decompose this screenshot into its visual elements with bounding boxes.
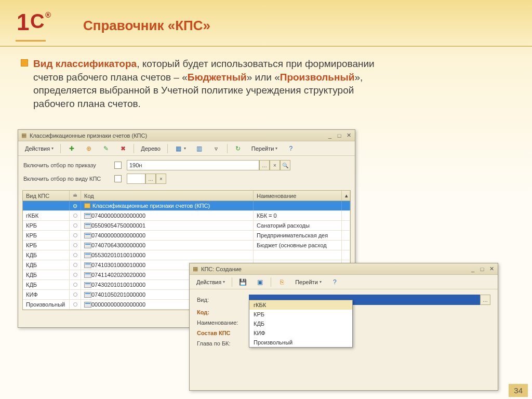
edit-button[interactable]: ✎: [98, 143, 113, 154]
row-status-icon: [73, 273, 77, 277]
filter-kind-clear[interactable]: ×: [156, 174, 166, 184]
row-status-icon: [73, 302, 77, 307]
item-icon: [84, 282, 91, 288]
grid-group-row[interactable]: ⊖ Классификационные признаки счетов (КПС…: [23, 201, 350, 211]
save-close-button[interactable]: ▣: [252, 277, 268, 287]
filter-kind-label: Включить отбор по виду КПС: [23, 176, 114, 182]
item-icon: [84, 223, 91, 229]
row-status-icon: [73, 283, 77, 287]
win1-toolbar: Действия ▾ ✚ ⊕ ✎ ✖ Дерево ▦▾ ▥ ▿ ↻ Перей…: [18, 141, 355, 156]
tree-toggle[interactable]: Дерево: [137, 143, 164, 154]
label-kod: Код:: [197, 309, 249, 315]
row-status-icon: [73, 263, 77, 267]
label-naim: Наименование:: [197, 320, 249, 326]
filter-order-clear[interactable]: ×: [270, 160, 280, 170]
dropdown-item[interactable]: гКБК: [249, 300, 352, 310]
refresh-button[interactable]: ↻: [231, 143, 246, 154]
table-row[interactable]: КРБ 05509054750000001Санаторий расходы: [23, 221, 350, 231]
copy-button[interactable]: ⎘: [274, 277, 289, 287]
item-icon: [84, 243, 91, 248]
label-sostav: Состав КПС: [197, 330, 249, 336]
dropdown-item[interactable]: КДБ: [249, 319, 352, 328]
actions-menu[interactable]: Действия ▾: [193, 277, 229, 287]
goto-menu[interactable]: Перейти ▾: [248, 143, 282, 154]
table-row[interactable]: гКБК 07400000000000000КБК = 0: [23, 211, 350, 221]
label-glava: Глава по БК:: [197, 340, 249, 347]
col-header-name[interactable]: Наименование: [254, 191, 342, 201]
dropdown-item[interactable]: КИФ: [249, 328, 352, 338]
col-header-badge[interactable]: ≐: [70, 191, 81, 201]
table-row[interactable]: КРБ 07407064300000000Бюджет (основные ра…: [23, 241, 350, 250]
item-icon: [84, 292, 91, 298]
item-icon: [84, 233, 91, 238]
goto-menu[interactable]: Перейти ▾: [291, 277, 325, 287]
win1-titlebar[interactable]: ▦ Классификационные признаки счетов (КПС…: [18, 130, 355, 141]
intro-text: Вид классификатора, который будет исполь…: [33, 57, 387, 111]
win2-titlebar[interactable]: ▦ КПС: Создание _ □ ✕: [190, 263, 498, 275]
filter-kind-input[interactable]: [127, 174, 145, 184]
close-button[interactable]: ✕: [344, 132, 353, 139]
filter-row-order: Включить отбор по приказу … × 🔍: [23, 160, 350, 170]
close-button[interactable]: ✕: [487, 265, 496, 273]
item-icon: [84, 302, 91, 308]
filter-order-label: Включить отбор по приказу: [23, 162, 114, 168]
add-folder-button[interactable]: ⊕: [81, 143, 96, 154]
table-row[interactable]: КДБ 05530201010010000: [23, 250, 350, 260]
col-header-code[interactable]: Код: [81, 191, 254, 201]
minimize-button[interactable]: _: [469, 265, 477, 273]
col-header-scroll: ▴: [342, 191, 350, 201]
help-button[interactable]: ?: [283, 143, 298, 154]
dropdown-item[interactable]: КРБ: [249, 310, 352, 319]
actions-menu[interactable]: Действия ▾: [21, 143, 57, 154]
item-icon: [84, 272, 91, 278]
row-status-icon: [73, 223, 77, 228]
filter-button[interactable]: ▦▾: [171, 143, 190, 154]
window-icon: ▦: [192, 265, 199, 273]
filter-row-kind: Включить отбор по виду КПС … ×: [23, 174, 350, 184]
logo-1c: 1C ®: [16, 12, 52, 38]
save-button[interactable]: 💾: [235, 277, 250, 287]
label-vid: Вид:: [197, 297, 249, 303]
col-header-type[interactable]: Вид КПС: [23, 191, 70, 201]
win2-title-text: КПС: Создание: [201, 266, 242, 272]
maximize-button[interactable]: □: [478, 265, 486, 273]
row-status-icon: [73, 214, 77, 218]
help-button[interactable]: ?: [327, 277, 342, 287]
row-status-icon: [73, 233, 77, 237]
win2-toolbar: Действия ▾ 💾 ▣ ⎘ Перейти ▾ ?: [190, 275, 498, 289]
item-icon: [84, 252, 91, 258]
filter-order-select[interactable]: …: [259, 160, 270, 170]
vid-dropdown-list: гКБККРБКДБКИФПроизвольный: [249, 300, 353, 348]
add-button[interactable]: ✚: [64, 143, 79, 154]
filter-order-checkbox[interactable]: [114, 162, 122, 169]
item-icon: [84, 213, 91, 219]
row-status-icon: [73, 253, 77, 257]
clear-filter-button[interactable]: ▿: [209, 143, 224, 154]
bullet-icon: [21, 59, 28, 66]
filter2-button[interactable]: ▥: [192, 143, 207, 154]
row-status-icon: [73, 292, 77, 297]
delete-button[interactable]: ✖: [115, 143, 130, 154]
folder-icon: [84, 203, 90, 208]
win1-title-text: Классификационные признаки счетов (КПС): [30, 132, 147, 139]
slide-header: 1C ® Справочник «КПС»: [0, 0, 532, 47]
window-kps-create: ▦ КПС: Создание _ □ ✕ Действия ▾ 💾 ▣ ⎘ П…: [189, 263, 498, 391]
window-icon: ▦: [20, 132, 28, 139]
filter-order-input[interactable]: [127, 160, 259, 170]
row-status-icon: [73, 243, 77, 247]
table-row[interactable]: КРБ 07400000000000000Предпринимательская…: [23, 231, 350, 241]
vid-dropdown-btn[interactable]: …: [480, 295, 490, 305]
item-icon: [84, 262, 91, 268]
filter-kind-checkbox[interactable]: [114, 175, 122, 182]
minimize-button[interactable]: _: [326, 132, 334, 139]
dropdown-item[interactable]: Произвольный: [249, 338, 352, 347]
filter-kind-select[interactable]: …: [145, 174, 156, 184]
maximize-button[interactable]: □: [335, 132, 343, 139]
slide-title: Справочник «КПС»: [83, 18, 210, 34]
filter-order-search[interactable]: 🔍: [280, 160, 290, 170]
page-number: 34: [509, 384, 528, 397]
